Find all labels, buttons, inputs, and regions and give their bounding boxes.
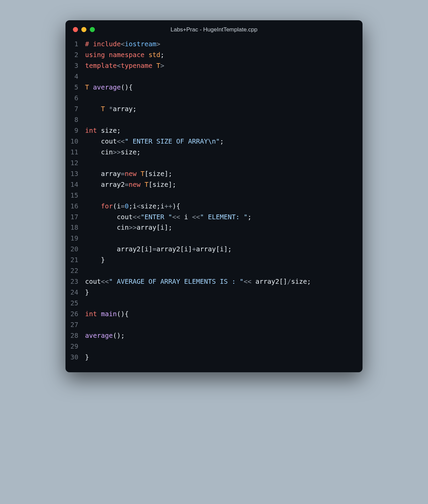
line-number: 10 bbox=[69, 136, 85, 147]
code-content[interactable]: cin>>size; bbox=[85, 147, 140, 158]
code-line[interactable]: 15 bbox=[69, 190, 355, 201]
code-content[interactable] bbox=[85, 71, 89, 82]
code-content[interactable]: } bbox=[85, 287, 89, 298]
code-content[interactable]: array2[i]=array2[i]+array[i]; bbox=[85, 244, 232, 255]
line-number: 29 bbox=[69, 341, 85, 352]
line-number: 5 bbox=[69, 82, 85, 93]
code-line[interactable]: 1# include<iostream> bbox=[69, 39, 355, 50]
close-icon[interactable] bbox=[73, 27, 78, 32]
code-content[interactable] bbox=[85, 115, 89, 125]
code-line[interactable]: 17 cout<<"ENTER "<< i <<" ELEMENT: "; bbox=[69, 212, 355, 223]
line-number: 27 bbox=[69, 320, 85, 330]
code-content[interactable]: cout<<" AVERAGE OF ARRAY ELEMENTS IS : "… bbox=[85, 276, 311, 287]
code-line[interactable]: 24} bbox=[69, 287, 355, 298]
code-line[interactable]: 25 bbox=[69, 298, 355, 309]
code-line[interactable]: 29 bbox=[69, 341, 355, 352]
code-line[interactable]: 8 bbox=[69, 115, 355, 125]
code-line[interactable]: 16 for(i=0;i<size;i++){ bbox=[69, 201, 355, 212]
editor-window: Labs+Prac - HugeIntTemplate.cpp 1# inclu… bbox=[65, 20, 363, 372]
line-number: 25 bbox=[69, 298, 85, 309]
code-line[interactable]: 26int main(){ bbox=[69, 309, 355, 320]
code-content[interactable] bbox=[85, 93, 89, 104]
titlebar: Labs+Prac - HugeIntTemplate.cpp bbox=[65, 20, 363, 35]
line-number: 7 bbox=[69, 104, 85, 115]
code-line[interactable]: 10 cout<<" ENTER SIZE OF ARRAY\n"; bbox=[69, 136, 355, 147]
line-number: 17 bbox=[69, 212, 85, 223]
line-number: 8 bbox=[69, 115, 85, 125]
line-number: 2 bbox=[69, 50, 85, 60]
code-content[interactable]: average(); bbox=[85, 330, 125, 341]
code-content[interactable]: } bbox=[85, 255, 105, 266]
window-title: Labs+Prac - HugeIntTemplate.cpp bbox=[65, 26, 363, 33]
line-number: 4 bbox=[69, 71, 85, 82]
code-line[interactable]: 23cout<<" AVERAGE OF ARRAY ELEMENTS IS :… bbox=[69, 276, 355, 287]
line-number: 1 bbox=[69, 39, 85, 50]
code-line[interactable]: 27 bbox=[69, 320, 355, 330]
line-number: 24 bbox=[69, 287, 85, 298]
code-content[interactable]: using namespace std; bbox=[85, 50, 164, 60]
line-number: 18 bbox=[69, 222, 85, 233]
code-content[interactable] bbox=[85, 233, 89, 244]
code-content[interactable] bbox=[85, 320, 89, 330]
code-line[interactable]: 21 } bbox=[69, 255, 355, 266]
line-number: 30 bbox=[69, 352, 85, 363]
code-content[interactable]: cout<<"ENTER "<< i <<" ELEMENT: "; bbox=[85, 212, 251, 223]
code-content[interactable]: # include<iostream> bbox=[85, 39, 160, 50]
line-number: 14 bbox=[69, 179, 85, 190]
line-number: 21 bbox=[69, 255, 85, 266]
code-line[interactable]: 11 cin>>size; bbox=[69, 147, 355, 158]
line-number: 3 bbox=[69, 60, 85, 71]
line-number: 20 bbox=[69, 244, 85, 255]
code-content[interactable]: for(i=0;i<size;i++){ bbox=[85, 201, 180, 212]
line-number: 26 bbox=[69, 309, 85, 320]
code-content[interactable] bbox=[85, 190, 89, 201]
line-number: 23 bbox=[69, 276, 85, 287]
line-number: 28 bbox=[69, 330, 85, 341]
code-line[interactable]: 20 array2[i]=array2[i]+array[i]; bbox=[69, 244, 355, 255]
zoom-icon[interactable] bbox=[90, 27, 95, 32]
code-line[interactable]: 4 bbox=[69, 71, 355, 82]
code-line[interactable]: 14 array2=new T[size]; bbox=[69, 179, 355, 190]
code-content[interactable] bbox=[85, 298, 89, 309]
code-content[interactable]: cin>>array[i]; bbox=[85, 222, 172, 233]
code-line[interactable]: 13 array=new T[size]; bbox=[69, 169, 355, 179]
code-line[interactable]: 18 cin>>array[i]; bbox=[69, 222, 355, 233]
code-line[interactable]: 28average(); bbox=[69, 330, 355, 341]
line-number: 12 bbox=[69, 158, 85, 169]
line-number: 9 bbox=[69, 125, 85, 136]
code-content[interactable] bbox=[85, 158, 89, 169]
code-line[interactable]: 22 bbox=[69, 266, 355, 276]
code-line[interactable]: 6 bbox=[69, 93, 355, 104]
code-content[interactable] bbox=[85, 341, 89, 352]
code-content[interactable]: array2=new T[size]; bbox=[85, 179, 176, 190]
code-line[interactable]: 5T average(){ bbox=[69, 82, 355, 93]
line-number: 15 bbox=[69, 190, 85, 201]
code-line[interactable]: 9int size; bbox=[69, 125, 355, 136]
line-number: 6 bbox=[69, 93, 85, 104]
line-number: 11 bbox=[69, 147, 85, 158]
line-number: 22 bbox=[69, 266, 85, 276]
code-line[interactable]: 30} bbox=[69, 352, 355, 363]
code-line[interactable]: 12 bbox=[69, 158, 355, 169]
code-content[interactable]: } bbox=[85, 352, 89, 363]
code-area[interactable]: 1# include<iostream>2using namespace std… bbox=[65, 35, 363, 363]
code-line[interactable]: 2using namespace std; bbox=[69, 50, 355, 60]
minimize-icon[interactable] bbox=[81, 27, 86, 32]
code-content[interactable] bbox=[85, 266, 89, 276]
code-content[interactable]: template<typename T> bbox=[85, 60, 164, 71]
line-number: 13 bbox=[69, 169, 85, 179]
code-content[interactable]: cout<<" ENTER SIZE OF ARRAY\n"; bbox=[85, 136, 224, 147]
code-content[interactable]: array=new T[size]; bbox=[85, 169, 172, 179]
window-controls bbox=[73, 27, 95, 32]
line-number: 19 bbox=[69, 233, 85, 244]
code-line[interactable]: 3template<typename T> bbox=[69, 60, 355, 71]
line-number: 16 bbox=[69, 201, 85, 212]
code-content[interactable]: int main(){ bbox=[85, 309, 129, 320]
code-content[interactable]: T average(){ bbox=[85, 82, 133, 93]
code-line[interactable]: 19 bbox=[69, 233, 355, 244]
code-content[interactable]: T *array; bbox=[85, 104, 137, 115]
code-line[interactable]: 7 T *array; bbox=[69, 104, 355, 115]
code-content[interactable]: int size; bbox=[85, 125, 121, 136]
